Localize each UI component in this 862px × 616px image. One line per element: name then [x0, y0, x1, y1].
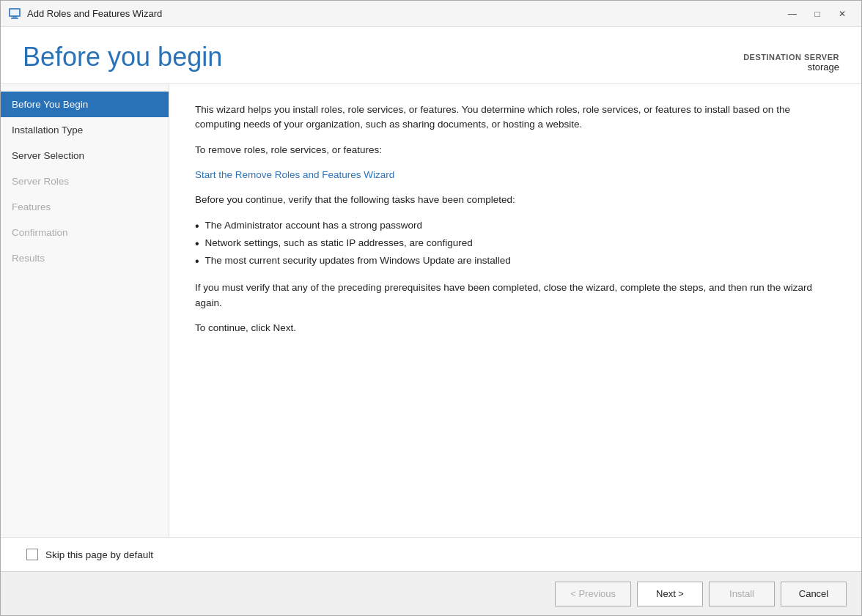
- destination-name: storage: [743, 62, 839, 73]
- main-content: This wizard helps you install roles, rol…: [169, 84, 861, 537]
- window-title: Add Roles and Features Wizard: [27, 8, 781, 19]
- footer: < Previous Next > Install Cancel: [1, 571, 861, 615]
- page-title: Before you begin: [23, 42, 222, 73]
- svg-rect-2: [11, 18, 18, 19]
- sidebar-item-installation-type[interactable]: Installation Type: [1, 117, 169, 143]
- window-controls: — □ ✕: [781, 4, 854, 24]
- minimize-button[interactable]: —: [781, 4, 804, 24]
- skip-checkbox[interactable]: [26, 549, 38, 560]
- sidebar-item-results: Results: [1, 245, 169, 271]
- close-button[interactable]: ✕: [830, 4, 854, 24]
- continue-text: To continue, click Next.: [195, 321, 836, 335]
- next-button[interactable]: Next >: [637, 582, 703, 606]
- wizard-window: Add Roles and Features Wizard — □ ✕ Befo…: [0, 0, 862, 616]
- install-button[interactable]: Install: [709, 582, 775, 606]
- sidebar-item-confirmation: Confirmation: [1, 220, 169, 245]
- remove-heading: To remove roles, role services, or featu…: [195, 143, 836, 157]
- header: Before you begin DESTINATION SERVER stor…: [1, 27, 861, 84]
- sidebar-item-before-you-begin[interactable]: Before You Begin: [1, 92, 169, 117]
- bullet-1: •: [195, 218, 199, 235]
- bullet-3: •: [195, 253, 199, 270]
- checklist-item-3: • The most current security updates from…: [195, 253, 836, 270]
- maximize-button[interactable]: □: [806, 4, 829, 24]
- sidebar-item-server-roles: Server Roles: [1, 168, 169, 194]
- skip-label: Skip this page by default: [45, 549, 153, 560]
- checklist-item-2: • Network settings, such as static IP ad…: [195, 235, 836, 253]
- cancel-button[interactable]: Cancel: [781, 582, 847, 606]
- checklist: • The Administrator account has a strong…: [195, 218, 836, 270]
- prereq-text: If you must verify that any of the prece…: [195, 281, 836, 311]
- destination-label: DESTINATION SERVER: [743, 53, 839, 62]
- svg-rect-3: [12, 16, 17, 18]
- svg-rect-1: [10, 10, 19, 15]
- remove-link[interactable]: Start the Remove Roles and Features Wiza…: [195, 169, 394, 180]
- sidebar-item-server-selection[interactable]: Server Selection: [1, 143, 169, 168]
- previous-button[interactable]: < Previous: [555, 582, 631, 606]
- checklist-item-1: • The Administrator account has a strong…: [195, 218, 836, 235]
- content-area: Before You Begin Installation Type Serve…: [1, 84, 861, 537]
- sidebar-item-features: Features: [1, 194, 169, 220]
- title-bar: Add Roles and Features Wizard — □ ✕: [1, 1, 861, 27]
- destination-server-info: DESTINATION SERVER storage: [743, 53, 839, 73]
- verify-text: Before you continue, verify that the fol…: [195, 193, 836, 207]
- intro-text: This wizard helps you install roles, rol…: [195, 103, 836, 133]
- window-icon: [8, 7, 21, 21]
- sidebar: Before You Begin Installation Type Serve…: [1, 84, 169, 537]
- skip-area: Skip this page by default: [1, 537, 861, 571]
- bullet-2: •: [195, 235, 199, 253]
